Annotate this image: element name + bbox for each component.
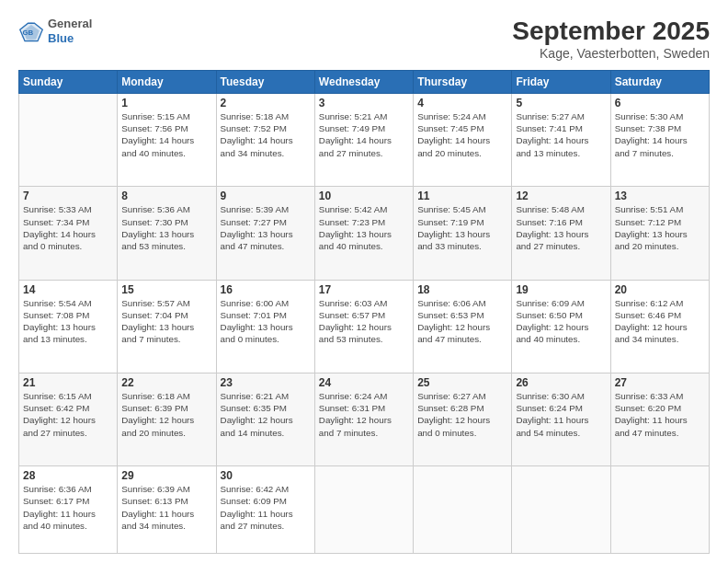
calendar-table: SundayMondayTuesdayWednesdayThursdayFrid… [18,70,710,554]
cell-info: Sunrise: 6:12 AM Sunset: 6:46 PM Dayligh… [615,297,705,346]
cell-info: Sunrise: 6:33 AM Sunset: 6:20 PM Dayligh… [615,390,705,439]
cell-info: Sunrise: 5:15 AM Sunset: 7:56 PM Dayligh… [121,110,211,159]
cell-info: Sunrise: 5:30 AM Sunset: 7:38 PM Dayligh… [615,110,705,159]
cell-info: Sunrise: 6:39 AM Sunset: 6:13 PM Dayligh… [121,483,211,532]
calendar-cell: 11Sunrise: 5:45 AM Sunset: 7:19 PM Dayli… [414,187,512,280]
day-number: 29 [121,469,211,482]
calendar-cell: 18Sunrise: 6:06 AM Sunset: 6:53 PM Dayli… [414,280,512,373]
day-header-thursday: Thursday [414,71,512,94]
day-header-tuesday: Tuesday [216,71,314,94]
calendar-cell: 5Sunrise: 5:27 AM Sunset: 7:41 PM Daylig… [512,94,610,187]
location: Kage, Vaesterbotten, Sweden [512,46,710,61]
calendar-cell: 13Sunrise: 5:51 AM Sunset: 7:12 PM Dayli… [610,187,709,280]
calendar-cell [610,466,709,554]
calendar-cell: 2Sunrise: 5:18 AM Sunset: 7:52 PM Daylig… [216,94,314,187]
calendar-cell: 30Sunrise: 6:42 AM Sunset: 6:09 PM Dayli… [216,466,314,554]
day-header-saturday: Saturday [610,71,709,94]
cell-info: Sunrise: 5:24 AM Sunset: 7:45 PM Dayligh… [417,110,507,159]
cell-info: Sunrise: 5:51 AM Sunset: 7:12 PM Dayligh… [615,203,705,252]
calendar-cell: 26Sunrise: 6:30 AM Sunset: 6:24 PM Dayli… [512,373,610,465]
day-number: 24 [319,376,409,389]
calendar-cell: 10Sunrise: 5:42 AM Sunset: 7:23 PM Dayli… [314,187,413,280]
day-number: 9 [221,190,311,202]
day-number: 13 [615,190,705,202]
day-number: 11 [417,190,507,202]
header: GB General Blue September 2025 Kage, Vae… [18,17,710,61]
calendar-cell [314,466,413,554]
calendar-cell: 29Sunrise: 6:39 AM Sunset: 6:13 PM Dayli… [118,466,216,554]
day-number: 21 [23,376,113,389]
calendar-cell: 7Sunrise: 5:33 AM Sunset: 7:34 PM Daylig… [19,187,118,280]
cell-info: Sunrise: 6:00 AM Sunset: 7:01 PM Dayligh… [221,297,311,346]
day-number: 28 [23,469,113,482]
cell-info: Sunrise: 5:42 AM Sunset: 7:23 PM Dayligh… [319,203,409,252]
cell-info: Sunrise: 6:42 AM Sunset: 6:09 PM Dayligh… [221,483,311,532]
week-row-2: 14Sunrise: 5:54 AM Sunset: 7:08 PM Dayli… [19,280,710,373]
cell-info: Sunrise: 6:06 AM Sunset: 6:53 PM Dayligh… [417,297,507,346]
day-number: 8 [121,190,211,202]
day-header-monday: Monday [118,71,216,94]
cell-info: Sunrise: 5:21 AM Sunset: 7:49 PM Dayligh… [319,110,409,159]
calendar-cell: 15Sunrise: 5:57 AM Sunset: 7:04 PM Dayli… [118,280,216,373]
logo-icon: GB [18,18,44,44]
cell-info: Sunrise: 5:27 AM Sunset: 7:41 PM Dayligh… [516,110,606,159]
day-number: 14 [23,283,113,296]
cell-info: Sunrise: 5:48 AM Sunset: 7:16 PM Dayligh… [516,203,606,252]
day-number: 16 [221,283,311,296]
calendar-cell: 28Sunrise: 6:36 AM Sunset: 6:17 PM Dayli… [19,466,118,554]
day-number: 3 [319,97,409,109]
day-number: 27 [615,376,705,389]
cell-info: Sunrise: 6:36 AM Sunset: 6:17 PM Dayligh… [23,483,113,532]
page: GB General Blue September 2025 Kage, Vae… [0,0,728,563]
day-number: 12 [516,190,606,202]
cell-info: Sunrise: 5:18 AM Sunset: 7:52 PM Dayligh… [221,110,311,159]
calendar-cell: 3Sunrise: 5:21 AM Sunset: 7:49 PM Daylig… [314,94,413,187]
day-number: 4 [417,97,507,109]
calendar-cell: 4Sunrise: 5:24 AM Sunset: 7:45 PM Daylig… [414,94,512,187]
cell-info: Sunrise: 6:15 AM Sunset: 6:42 PM Dayligh… [23,390,113,439]
day-number: 20 [615,283,705,296]
day-number: 26 [516,376,606,389]
calendar-cell: 9Sunrise: 5:39 AM Sunset: 7:27 PM Daylig… [216,187,314,280]
cell-info: Sunrise: 6:18 AM Sunset: 6:39 PM Dayligh… [121,390,211,439]
day-number: 1 [121,97,211,109]
calendar-cell: 17Sunrise: 6:03 AM Sunset: 6:57 PM Dayli… [314,280,413,373]
calendar-cell: 1Sunrise: 5:15 AM Sunset: 7:56 PM Daylig… [118,94,216,187]
week-row-4: 28Sunrise: 6:36 AM Sunset: 6:17 PM Dayli… [19,466,710,554]
day-number: 15 [121,283,211,296]
calendar-cell: 14Sunrise: 5:54 AM Sunset: 7:08 PM Dayli… [19,280,118,373]
calendar-cell: 25Sunrise: 6:27 AM Sunset: 6:28 PM Dayli… [414,373,512,465]
day-number: 10 [319,190,409,202]
day-number: 25 [417,376,507,389]
logo: GB General Blue [18,17,92,45]
calendar-cell: 12Sunrise: 5:48 AM Sunset: 7:16 PM Dayli… [512,187,610,280]
week-row-3: 21Sunrise: 6:15 AM Sunset: 6:42 PM Dayli… [19,373,710,465]
calendar-cell: 16Sunrise: 6:00 AM Sunset: 7:01 PM Dayli… [216,280,314,373]
cell-info: Sunrise: 5:33 AM Sunset: 7:34 PM Dayligh… [23,203,113,252]
calendar-cell: 22Sunrise: 6:18 AM Sunset: 6:39 PM Dayli… [118,373,216,465]
calendar-cell: 21Sunrise: 6:15 AM Sunset: 6:42 PM Dayli… [19,373,118,465]
cell-info: Sunrise: 5:36 AM Sunset: 7:30 PM Dayligh… [121,203,211,252]
svg-text:GB: GB [22,28,33,36]
day-number: 5 [516,97,606,109]
cell-info: Sunrise: 5:57 AM Sunset: 7:04 PM Dayligh… [121,297,211,346]
calendar-cell: 19Sunrise: 6:09 AM Sunset: 6:50 PM Dayli… [512,280,610,373]
day-number: 7 [23,190,113,202]
calendar-cell: 8Sunrise: 5:36 AM Sunset: 7:30 PM Daylig… [118,187,216,280]
week-row-1: 7Sunrise: 5:33 AM Sunset: 7:34 PM Daylig… [19,187,710,280]
cell-info: Sunrise: 6:03 AM Sunset: 6:57 PM Dayligh… [319,297,409,346]
calendar-header-row: SundayMondayTuesdayWednesdayThursdayFrid… [19,71,710,94]
cell-info: Sunrise: 5:45 AM Sunset: 7:19 PM Dayligh… [417,203,507,252]
calendar-cell [512,466,610,554]
logo-text: General Blue [48,17,92,45]
day-header-sunday: Sunday [19,71,118,94]
calendar-cell [414,466,512,554]
title-block: September 2025 Kage, Vaesterbotten, Swed… [512,17,710,61]
day-number: 6 [615,97,705,109]
day-header-friday: Friday [512,71,610,94]
day-number: 22 [121,376,211,389]
day-number: 30 [221,469,311,482]
cell-info: Sunrise: 6:24 AM Sunset: 6:31 PM Dayligh… [319,390,409,439]
cell-info: Sunrise: 5:39 AM Sunset: 7:27 PM Dayligh… [221,203,311,252]
calendar-cell: 20Sunrise: 6:12 AM Sunset: 6:46 PM Dayli… [610,280,709,373]
